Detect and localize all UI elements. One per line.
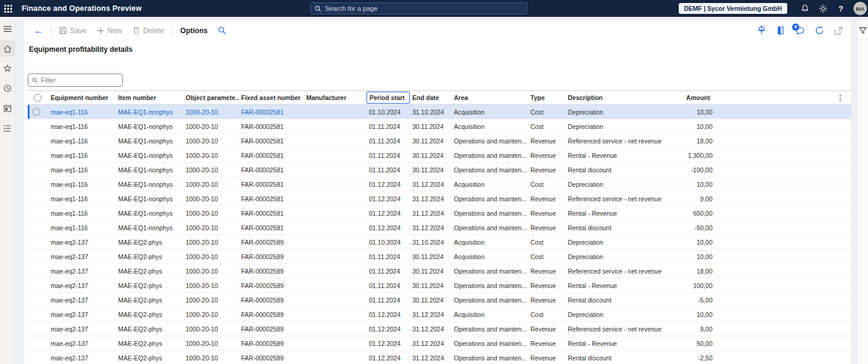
table-row[interactable]: mae-eq2-137MAE-EQ2-phys1000-20-10FAR-000… <box>28 351 851 364</box>
refresh-icon[interactable] <box>813 24 826 37</box>
table-row[interactable]: mae-eq1-116MAE-EQ1-nonphys1000-20-10FAR-… <box>28 105 851 119</box>
messages-icon[interactable]: 0 <box>793 24 807 37</box>
help-icon[interactable]: ? <box>832 0 850 17</box>
cell-object-parameter[interactable]: 1000-20-10 <box>183 108 239 116</box>
cell-type: Cost <box>528 181 565 188</box>
cell-type: Revenue <box>528 224 565 231</box>
column-label: Fixed asset number <box>241 94 301 101</box>
cell-description: Referenced service - net revenue <box>565 268 667 275</box>
column-header-end_date[interactable]: End date <box>410 94 451 101</box>
table-row[interactable]: mae-eq1-116MAE-EQ1-nonphys1000-20-10FAR-… <box>28 148 851 163</box>
cell-item-number: MAE-EQ2-phys <box>116 282 183 289</box>
favorites-star-icon[interactable] <box>0 60 15 77</box>
table-row[interactable]: mae-eq1-116MAE-EQ1-nonphys1000-20-10FAR-… <box>28 163 851 177</box>
global-search[interactable] <box>310 2 527 14</box>
new-button[interactable]: New <box>92 23 127 39</box>
cell-period-start: 01.11.2024 <box>366 297 410 304</box>
cell-fixed-asset-number: FAR-00002589 <box>239 311 304 318</box>
table-row[interactable]: mae-eq1-116MAE-EQ1-nonphys1000-20-10FAR-… <box>28 177 851 192</box>
table-row[interactable]: mae-eq2-137MAE-EQ2-phys1000-20-10FAR-000… <box>28 307 851 322</box>
personalize-icon[interactable] <box>755 24 768 37</box>
cell-item-number: MAE-EQ1-nonphys <box>116 123 183 130</box>
account-avatar[interactable]: MA <box>854 2 867 15</box>
cell-equipment-number: mae-eq1-116 <box>48 210 116 217</box>
table-row[interactable]: mae-eq2-137MAE-EQ2-phys1000-20-10FAR-000… <box>28 322 851 336</box>
cell-amount: 10,00 <box>667 108 715 116</box>
column-header-amount[interactable]: Amount <box>667 94 715 101</box>
save-icon <box>59 27 67 34</box>
table-row[interactable]: mae-eq1-116MAE-EQ1-nonphys1000-20-10FAR-… <box>28 206 851 221</box>
toolbar-search-button[interactable] <box>213 23 231 39</box>
save-button[interactable]: Save <box>54 23 92 39</box>
cell-amount: 9,00 <box>667 325 715 333</box>
task-guide-icon[interactable] <box>774 24 787 37</box>
grid-filter[interactable] <box>28 74 123 87</box>
plus-icon <box>97 27 104 34</box>
notifications-bell-icon[interactable] <box>796 0 814 17</box>
column-header-area[interactable]: Area <box>451 94 528 101</box>
grid-more-options-icon[interactable]: ⋮ <box>837 94 844 101</box>
modules-list-icon[interactable] <box>0 120 15 136</box>
delete-button[interactable]: Delete <box>127 23 169 39</box>
table-row[interactable]: mae-eq1-116MAE-EQ1-nonphys1000-20-10FAR-… <box>28 134 851 148</box>
cell-amount: 650,00 <box>667 210 715 217</box>
row-select-radio[interactable] <box>33 108 40 116</box>
cell-object-parameter: 1000-20-10 <box>183 311 239 318</box>
cell-item-number: MAE-EQ1-nonphys <box>116 195 183 202</box>
cell-end-date: 31.12.2024 <box>410 340 451 347</box>
home-icon[interactable] <box>0 40 15 57</box>
settings-gear-icon[interactable] <box>814 0 832 17</box>
cell-item-number: MAE-EQ2-phys <box>116 297 183 304</box>
hamburger-menu-icon[interactable] <box>0 20 15 37</box>
cell-type: Revenue <box>528 282 565 289</box>
equipment-profitability-grid: Equipment numberItem numberObject parame… <box>28 90 851 364</box>
cell-end-date: 30.11.2024 <box>410 268 451 275</box>
cell-fixed-asset-number[interactable]: FAR-00002581 <box>239 108 304 116</box>
options-menu-button[interactable]: Options <box>175 23 213 39</box>
table-row[interactable]: mae-eq2-137MAE-EQ2-phys1000-20-10FAR-000… <box>28 336 851 351</box>
table-row[interactable]: mae-eq2-137MAE-EQ2-phys1000-20-10FAR-000… <box>28 293 851 307</box>
environment-badge[interactable]: DEMF | Sycor Vermietung GmbH <box>679 3 787 14</box>
recent-clock-icon[interactable] <box>0 80 15 96</box>
cell-area: Operations and mainten... <box>451 340 528 347</box>
cell-equipment-number: mae-eq1-116 <box>48 166 116 174</box>
cell-item-number[interactable]: MAE-EQ1-nonphys <box>116 108 183 116</box>
workspaces-window-icon[interactable] <box>0 100 15 116</box>
open-in-new-window-icon[interactable] <box>832 24 845 37</box>
column-header-object_parameter[interactable]: Object paramete... <box>183 94 239 101</box>
cell-period-start: 01.12.2024 <box>366 354 410 362</box>
cell-area: Operations and mainten... <box>451 137 528 145</box>
table-row[interactable]: mae-eq2-137MAE-EQ2-phys1000-20-10FAR-000… <box>28 278 851 293</box>
global-search-input[interactable] <box>325 5 523 12</box>
back-button[interactable]: ← <box>29 26 48 36</box>
cell-area: Operations and mainten... <box>451 210 528 217</box>
cell-equipment-number[interactable]: mae-eq1-116 <box>48 108 116 116</box>
cell-fixed-asset-number: FAR-00002589 <box>239 253 304 260</box>
cell-fixed-asset-number: FAR-00002581 <box>239 195 304 202</box>
table-row[interactable]: mae-eq2-137MAE-EQ2-phys1000-20-10FAR-000… <box>28 249 851 264</box>
cell-item-number: MAE-EQ1-nonphys <box>116 210 183 217</box>
table-row[interactable]: mae-eq1-116MAE-EQ1-nonphys1000-20-10FAR-… <box>28 119 851 134</box>
table-row[interactable]: mae-eq1-116MAE-EQ1-nonphys1000-20-10FAR-… <box>28 192 851 206</box>
select-all-radio[interactable] <box>34 94 42 102</box>
column-header-item_number[interactable]: Item number <box>116 94 183 101</box>
table-row[interactable]: mae-eq2-137MAE-EQ2-phys1000-20-10FAR-000… <box>28 235 851 249</box>
grid-filter-input[interactable] <box>41 77 119 84</box>
column-header-description[interactable]: Description <box>565 94 667 101</box>
cell-type: Revenue <box>528 325 565 333</box>
app-launcher-icon[interactable] <box>0 0 16 17</box>
column-header-type[interactable]: Type <box>528 94 565 101</box>
cell-fixed-asset-number: FAR-00002589 <box>239 282 304 289</box>
column-header-period_start[interactable]: Period start <box>366 92 410 104</box>
cell-item-number: MAE-EQ2-phys <box>116 311 183 318</box>
column-header-manufacturer[interactable]: Manufacturer <box>304 94 366 101</box>
column-header-equipment_number[interactable]: Equipment number <box>48 94 116 101</box>
cell-description: Depreciation <box>565 311 667 318</box>
column-header-fixed_asset_number[interactable]: Fixed asset number <box>239 94 304 101</box>
cell-period-start: 01.11.2024 <box>366 123 410 130</box>
table-row[interactable]: mae-eq1-116MAE-EQ1-nonphys1000-20-10FAR-… <box>28 221 851 235</box>
cell-object-parameter: 1000-20-10 <box>183 195 239 202</box>
cell-item-number: MAE-EQ2-phys <box>116 253 183 260</box>
filter-funnel-icon[interactable] <box>858 24 868 37</box>
table-row[interactable]: mae-eq2-137MAE-EQ2-phys1000-20-10FAR-000… <box>28 264 851 278</box>
